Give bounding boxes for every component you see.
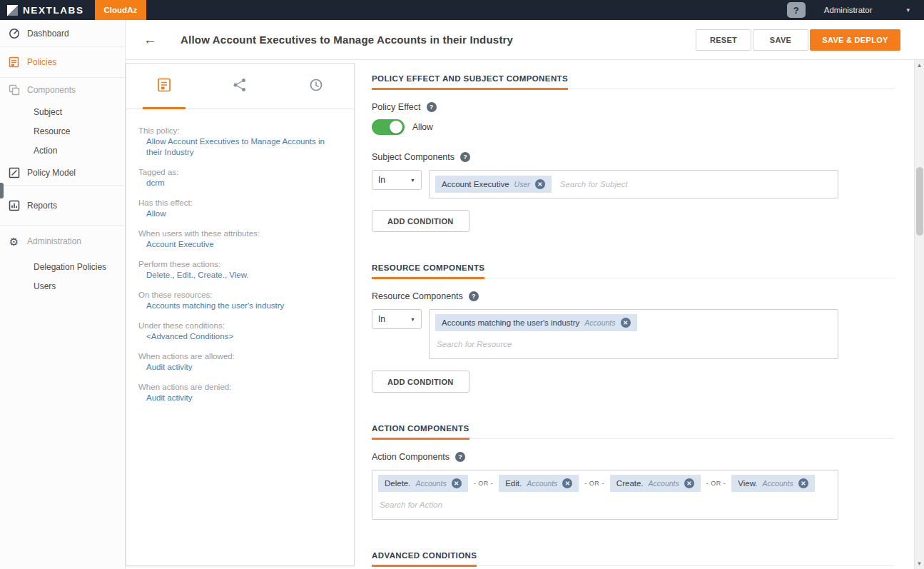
sidebar-item-action[interactable]: Action [0,141,125,160]
toggle-knob [390,121,402,134]
user-menu[interactable]: Administrator ▾ [824,6,924,14]
remove-chip-icon[interactable]: ✕ [798,478,808,488]
remove-chip-icon[interactable]: ✕ [535,179,545,189]
summary-label: On these resources: [138,290,342,301]
cloudaz-product-tab[interactable]: CloudAz [95,0,147,20]
page-title: Allow Account Executives to Manage Accou… [181,34,513,46]
action-components-label-row: Action Components ? [372,452,894,462]
summary-label: Under these conditions: [138,321,342,331]
sidebar-group-label: Components [27,85,76,95]
section-heading-resource: RESOURCE COMPONENTS [372,261,894,278]
nextlabs-logo-icon [7,5,18,16]
dashboard-icon [8,28,20,39]
brand-name: NEXTLABS [23,5,84,16]
scroll-up-icon[interactable]: ▲ [915,60,924,71]
content-area: This policy:Allow Account Executives to … [126,60,914,569]
add-condition-button[interactable]: ADD CONDITION [372,210,469,232]
sidebar-collapse-handle[interactable] [0,183,4,198]
subject-chip: Account Executive User ✕ [435,176,552,193]
chip-name: Delete. [385,479,410,488]
action-search-box[interactable]: Delete. Accounts ✕ - OR - Edit. Accounts… [372,470,838,520]
policy-summary-panel: This policy:Allow Account Executives to … [126,63,355,566]
sidebar-item-label: Reports [27,201,57,211]
summary-value[interactable]: Account Executive [138,239,342,250]
summary-value[interactable]: Allow [138,208,342,219]
topbar-right: ? Administrator ▾ [787,2,924,18]
chip-name: Create. [616,479,644,488]
user-name: Administrator [824,6,873,14]
dropdown-arrow-icon: ▼ [410,317,415,322]
sidebar-item-policy-model[interactable]: Policy Model [0,160,125,186]
summary-label: Has this effect: [138,198,342,208]
top-bar: NEXTLABS CloudAz ? Administrator ▾ [0,0,924,20]
tab-policy-history[interactable] [278,64,354,109]
summary-value[interactable]: dcrm [138,178,342,188]
tab-policy-relationships[interactable] [202,64,278,109]
chip-type: Accounts [763,479,793,488]
resource-components-label: Resource Components [372,291,463,301]
help-icon[interactable]: ? [469,291,479,301]
remove-chip-icon[interactable]: ✕ [621,318,631,328]
sidebar-item-resource[interactable]: Resource [0,121,125,141]
summary-value[interactable]: Accounts matching the user's industry [138,301,342,311]
action-chip: Delete. Accounts ✕ [378,475,468,492]
scrollbar-thumb[interactable] [916,167,923,236]
resource-operator-select[interactable]: In ▼ [372,309,422,329]
sidebar-item-delegation-policies[interactable]: Delegation Policies [0,257,125,276]
sidebar-item-users[interactable]: Users [0,276,125,296]
chip-type: Accounts [649,479,679,488]
summary-label: When actions are allowed: [138,351,342,362]
chip-name: Accounts matching the user's industry [442,318,579,327]
or-separator: - OR - [706,480,726,487]
sidebar: Dashboard Policies Components Subject Re… [0,20,126,569]
save-deploy-button[interactable]: SAVE & DEPLOY [810,29,900,51]
dropdown-arrow-icon: ▼ [410,178,415,183]
resource-input-row: In ▼ Accounts matching the user's indust… [372,309,894,359]
remove-chip-icon[interactable]: ✕ [562,478,572,488]
summary-value[interactable]: <Advanced Conditions> [138,331,342,342]
action-components-label: Action Components [372,452,450,462]
reset-button[interactable]: RESET [696,29,751,51]
resource-search-placeholder: Search for Resource [437,340,832,348]
subject-search-box[interactable]: Account Executive User ✕ Search for Subj… [429,170,838,198]
save-button[interactable]: SAVE [753,29,808,51]
back-arrow-icon[interactable]: ← [143,33,157,46]
summary-value[interactable]: Allow Account Executives to Manage Accou… [138,136,342,158]
summary-tabs [126,64,354,109]
reports-icon [8,200,20,211]
resource-search-box[interactable]: Accounts matching the user's industry Ac… [429,309,838,359]
summary-value[interactable]: Delete., Edit., Create., View. [138,270,342,281]
policy-effect-toggle[interactable] [372,119,405,135]
policy-summary-icon [156,77,172,96]
chip-name: Account Executive [442,180,509,188]
help-icon[interactable]: ? [787,2,806,18]
add-condition-button[interactable]: ADD CONDITION [372,371,469,393]
sidebar-item-dashboard[interactable]: Dashboard [0,20,125,47]
vertical-scrollbar[interactable]: ▲ ▼ [914,60,924,569]
help-icon[interactable]: ? [427,102,437,112]
remove-chip-icon[interactable]: ✕ [452,478,462,488]
remove-chip-icon[interactable]: ✕ [684,478,694,488]
help-icon[interactable]: ? [455,452,465,462]
summary-row: When actions are denied:Audit activity [138,382,342,403]
scroll-down-icon[interactable]: ▼ [915,558,924,569]
resource-chip: Accounts matching the user's industry Ac… [435,314,637,331]
sidebar-group-administration: ⚙ Administration [0,226,125,257]
subject-operator-select[interactable]: In ▼ [372,170,422,190]
sidebar-item-policies[interactable]: Policies [0,47,125,78]
or-separator: - OR - [474,480,494,487]
summary-value[interactable]: Audit activity [138,393,342,403]
sidebar-item-reports[interactable]: Reports [0,186,125,226]
chip-type: Accounts [584,318,615,327]
summary-value[interactable]: Audit activity [138,362,342,373]
summary-row: When actions are allowed:Audit activity [138,351,342,373]
gear-icon: ⚙ [8,236,20,247]
chip-name: Edit. [505,479,522,488]
summary-label: When actions are denied: [138,382,342,393]
tab-policy-summary[interactable] [126,64,202,109]
help-icon[interactable]: ? [460,152,470,162]
share-icon [232,77,248,96]
policy-summary-body: This policy:Allow Account Executives to … [126,109,354,420]
summary-row: Perform these actions:Delete., Edit., Cr… [138,259,342,281]
sidebar-item-subject[interactable]: Subject [0,102,125,121]
